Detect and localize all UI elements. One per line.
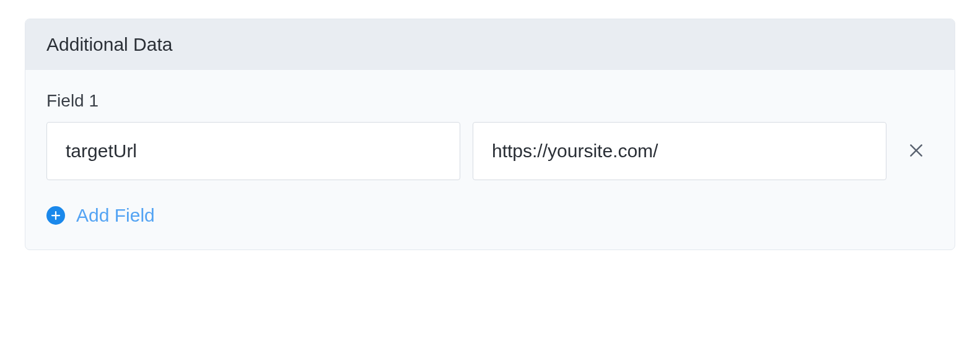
field-value-input[interactable] [473,122,886,180]
panel-body: Field 1 Add Field [25,70,955,250]
additional-data-panel: Additional Data Field 1 [25,19,955,250]
close-icon [908,142,924,160]
plus-circle-icon [46,206,65,225]
add-field-label: Add Field [76,205,155,226]
field-key-input[interactable] [46,122,460,180]
add-field-button[interactable]: Add Field [46,205,155,226]
field-row [46,122,934,180]
panel-title: Additional Data [25,19,955,70]
field-label: Field 1 [46,91,934,111]
remove-field-button[interactable] [899,134,934,168]
